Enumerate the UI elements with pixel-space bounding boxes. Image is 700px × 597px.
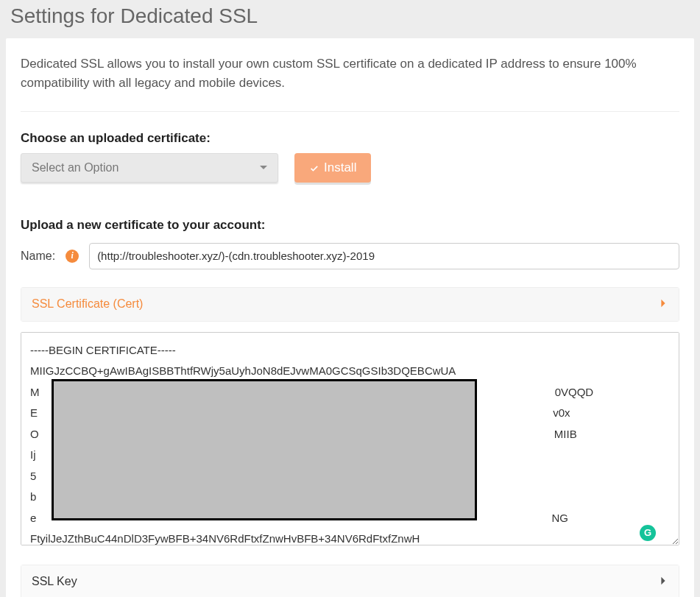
info-icon[interactable]: i bbox=[66, 250, 79, 263]
intro-text: Dedicated SSL allows you to install your… bbox=[21, 54, 679, 112]
upload-heading: Upload a new certificate to your account… bbox=[21, 218, 679, 233]
certificate-select[interactable]: Select an Option bbox=[21, 153, 278, 183]
choose-certificate-label: Choose an uploaded certificate: bbox=[21, 131, 679, 146]
grammarly-icon[interactable]: G bbox=[640, 525, 656, 541]
ssl-cert-accordion: SSL Certificate (Cert) bbox=[21, 287, 679, 322]
ssl-cert-header-label: SSL Certificate (Cert) bbox=[32, 297, 143, 311]
name-label: Name: bbox=[21, 250, 55, 263]
check-icon bbox=[309, 163, 319, 173]
ssl-key-accordion: SSL Key bbox=[21, 565, 679, 597]
install-button[interactable]: Install bbox=[294, 153, 371, 183]
install-button-label: Install bbox=[324, 160, 356, 175]
ssl-key-accordion-header[interactable]: SSL Key bbox=[21, 565, 679, 597]
chevron-right-icon bbox=[658, 574, 668, 590]
chevron-right-icon bbox=[658, 297, 668, 312]
page-title: Settings for Dedicated SSL bbox=[6, 0, 694, 38]
certificate-name-input[interactable] bbox=[89, 243, 679, 269]
ssl-cert-textarea[interactable] bbox=[21, 332, 679, 545]
settings-card: Dedicated SSL allows you to install your… bbox=[6, 38, 694, 597]
ssl-cert-accordion-header[interactable]: SSL Certificate (Cert) bbox=[21, 288, 679, 321]
ssl-key-header-label: SSL Key bbox=[32, 575, 77, 588]
caret-down-icon bbox=[260, 166, 267, 169]
certificate-select-placeholder: Select an Option bbox=[32, 161, 119, 174]
